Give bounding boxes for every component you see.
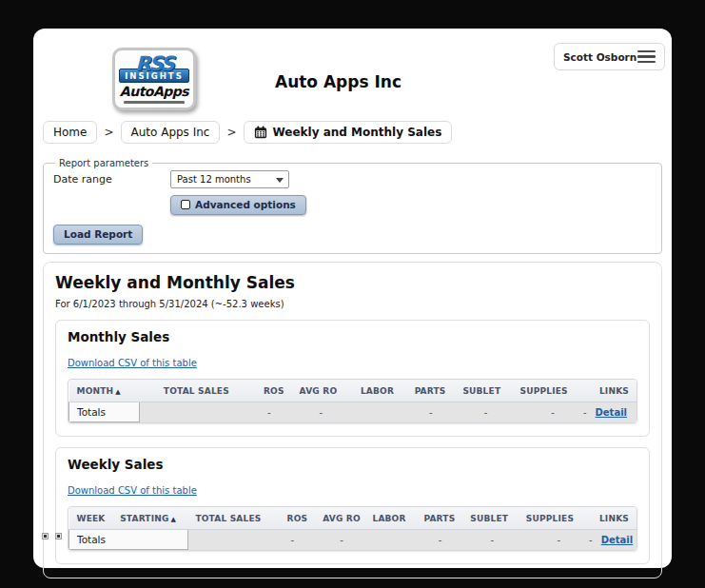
breadcrumb-separator: > [104, 126, 113, 139]
column-header-week[interactable]: WEEK [69, 507, 113, 530]
column-header-ros[interactable]: ROS [237, 380, 292, 402]
date-range-select[interactable]: Past 12 months [170, 170, 289, 188]
sort-asc-icon: ▲ [171, 516, 177, 523]
column-header-labor[interactable]: LABOR [364, 507, 414, 530]
report-parameters-fieldset: Report parameters Date range Past 12 mon… [43, 158, 662, 254]
links-dash: - [583, 407, 587, 418]
monthly-header-row: MONTH▲ TOTAL SALES ROS AVG RO LABOR PART… [69, 380, 637, 402]
column-header-links[interactable]: LINKS [581, 507, 636, 530]
breadcrumb: Home > Auto Apps Inc > Weekly and Monthl… [33, 120, 672, 145]
links-dash: - [589, 535, 593, 545]
totals-total-sales [187, 530, 268, 550]
column-header-total-sales[interactable]: TOTAL SALES [139, 380, 237, 402]
totals-parts: - [401, 402, 454, 422]
page-header: RSS INSIGHTS AutoApps Auto Apps Inc Scot… [33, 29, 672, 120]
totals-label-cell: Totals [69, 402, 140, 422]
totals-parts: - [414, 530, 463, 550]
logo-tagline-bar [124, 101, 185, 104]
desktop-background: RSS INSIGHTS AutoApps Auto Apps Inc Scot… [0, 0, 705, 588]
date-range-label: Date range [53, 170, 170, 186]
column-header-avg-ro[interactable]: AVG RO [292, 380, 344, 402]
load-report-button[interactable]: Load Report [53, 225, 143, 245]
advanced-options-button[interactable]: Advanced options [170, 195, 306, 215]
weekly-sales-section: Weekly Sales Download CSV of this table … [55, 447, 650, 564]
totals-labor [343, 402, 401, 422]
breadcrumb-home[interactable]: Home [43, 121, 97, 144]
monthly-sales-title: Monthly Sales [68, 329, 637, 344]
monthly-detail-link[interactable]: Detail [596, 407, 627, 418]
totals-supplies: - [508, 402, 576, 422]
weekly-sales-title: Weekly Sales [68, 457, 637, 472]
report-date-range: For 6/1/2023 through 5/31/2024 (~-52.3 w… [55, 299, 650, 309]
column-header-starting[interactable]: STARTING▲ [112, 507, 187, 530]
weekly-header-row: WEEK STARTING▲ TOTAL SALES ROS AVG RO LA… [69, 507, 637, 530]
rss-insights-logo: RSS INSIGHTS AutoApps [112, 48, 196, 110]
totals-total-sales [139, 402, 237, 422]
advanced-options-label: Advanced options [195, 199, 296, 210]
totals-ros: - [237, 402, 292, 422]
monthly-csv-download-link[interactable]: Download CSV of this table [68, 358, 197, 368]
totals-label-cell: Totals [69, 530, 188, 550]
app-window: RSS INSIGHTS AutoApps Auto Apps Inc Scot… [33, 29, 672, 568]
logo-rss-text: RSS [135, 56, 172, 73]
column-header-supplies[interactable]: SUPPLIES [508, 380, 576, 402]
weekly-sales-table: WEEK STARTING▲ TOTAL SALES ROS AVG RO LA… [68, 506, 637, 551]
column-header-avg-ro[interactable]: AVG RO [315, 507, 364, 530]
breadcrumb-separator: > [226, 126, 236, 139]
totals-links-cell: -Detail [581, 530, 636, 550]
weekly-totals-row: Totals - - - - - -Detail [69, 530, 637, 550]
report-parameters-legend: Report parameters [55, 158, 152, 168]
sort-asc-icon: ▲ [115, 388, 121, 396]
column-header-links[interactable]: LINKS [576, 380, 636, 402]
column-header-total-sales[interactable]: TOTAL SALES [187, 507, 268, 530]
chevron-down-icon [276, 178, 284, 183]
totals-sublet: - [454, 402, 509, 422]
column-header-supplies[interactable]: SUPPLIES [515, 507, 581, 530]
weekly-detail-link[interactable]: Detail [601, 535, 633, 545]
report-panel: Weekly and Monthly Sales For 6/1/2023 th… [43, 262, 662, 578]
column-header-month[interactable]: MONTH▲ [69, 380, 140, 402]
totals-ros: - [268, 530, 315, 550]
user-name: Scott Osborn [563, 51, 636, 63]
advanced-options-checkbox[interactable] [181, 200, 190, 209]
column-header-sublet[interactable]: SUBLET [462, 507, 515, 530]
column-header-ros[interactable]: ROS [268, 507, 315, 530]
breadcrumb-label: Weekly and Monthly Sales [273, 126, 442, 139]
totals-avg-ro: - [315, 530, 364, 550]
totals-links-cell: -Detail [576, 402, 636, 422]
totals-avg-ro: - [292, 402, 344, 422]
monthly-totals-row: Totals - - - - - -Detail [69, 402, 637, 422]
column-header-labor[interactable]: LABOR [343, 380, 401, 402]
weekly-csv-download-link[interactable]: Download CSV of this table [68, 485, 197, 496]
load-report-label: Load Report [64, 228, 132, 240]
column-header-parts[interactable]: PARTS [414, 507, 463, 530]
totals-supplies: - [515, 530, 581, 550]
breadcrumb-auto-apps-inc[interactable]: Auto Apps Inc [121, 121, 221, 144]
broken-image-placeholders [42, 533, 62, 539]
calendar-icon [254, 126, 267, 139]
broken-image-icon [42, 533, 49, 539]
totals-sublet: - [462, 530, 515, 550]
user-menu-button[interactable]: Scott Osborn [554, 43, 665, 70]
broken-image-icon [55, 533, 62, 539]
column-header-sublet[interactable]: SUBLET [454, 380, 509, 402]
hamburger-menu-icon[interactable] [637, 50, 656, 64]
monthly-sales-table: MONTH▲ TOTAL SALES ROS AVG RO LABOR PART… [68, 379, 637, 423]
monthly-sales-section: Monthly Sales Download CSV of this table… [55, 320, 650, 437]
column-header-parts[interactable]: PARTS [401, 380, 454, 402]
report-title: Weekly and Monthly Sales [55, 273, 650, 292]
breadcrumb-weekly-monthly-sales[interactable]: Weekly and Monthly Sales [244, 121, 453, 144]
totals-labor [364, 530, 414, 550]
date-range-value: Past 12 months [177, 174, 251, 185]
